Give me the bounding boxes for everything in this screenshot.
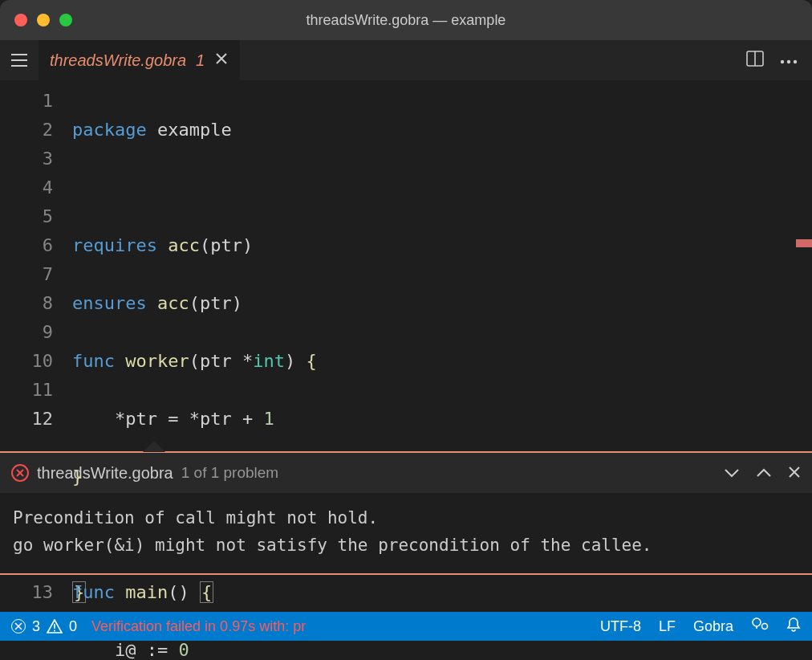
maximize-window[interactable] (59, 14, 72, 26)
minimap-error-marker[interactable] (796, 239, 812, 247)
minimize-window[interactable] (37, 14, 50, 26)
close-problems-icon[interactable] (788, 464, 801, 483)
window-title: threadsWrite.gobra — example (307, 12, 506, 29)
line-number-gutter: 1 2 3 4 5 6 7 8 9 10 11 12 (0, 80, 72, 451)
titlebar: threadsWrite.gobra — example (0, 0, 812, 40)
status-encoding[interactable]: UTF-8 (600, 618, 641, 635)
tab-threadswrite[interactable]: threadsWrite.gobra 1 (39, 40, 240, 80)
close-window[interactable] (14, 14, 27, 26)
svg-point-3 (787, 60, 790, 63)
traffic-lights (14, 14, 72, 26)
close-tab-icon[interactable] (214, 51, 229, 70)
status-problems[interactable]: 3 0 (11, 618, 77, 635)
status-language[interactable]: Gobra (693, 618, 733, 635)
next-problem-icon[interactable] (724, 464, 740, 483)
svg-point-4 (794, 60, 797, 63)
feedback-icon[interactable] (751, 617, 769, 637)
tab-problem-badge: 1 (196, 51, 205, 70)
error-icon (11, 464, 29, 482)
editor[interactable]: 1 2 3 4 5 6 7 8 9 10 11 12 package examp… (0, 80, 812, 451)
status-error-icon (11, 619, 26, 634)
menu-icon[interactable] (0, 40, 39, 80)
svg-point-8 (762, 623, 768, 629)
prev-problem-icon[interactable] (756, 464, 772, 483)
status-error-count: 3 (32, 618, 40, 635)
svg-point-7 (753, 618, 761, 626)
tab-filename: threadsWrite.gobra (50, 51, 186, 70)
peek-arrow (143, 441, 165, 452)
bell-icon[interactable] (786, 617, 801, 637)
status-eol[interactable]: LF (659, 618, 676, 635)
svg-point-2 (781, 60, 784, 63)
status-warning-icon (47, 619, 63, 634)
tabbar: threadsWrite.gobra 1 (0, 40, 812, 80)
code-area[interactable]: package example requires acc(ptr) ensure… (72, 80, 317, 451)
more-actions-icon[interactable] (780, 53, 798, 67)
split-editor-icon[interactable] (746, 51, 764, 70)
svg-point-6 (54, 630, 55, 632)
